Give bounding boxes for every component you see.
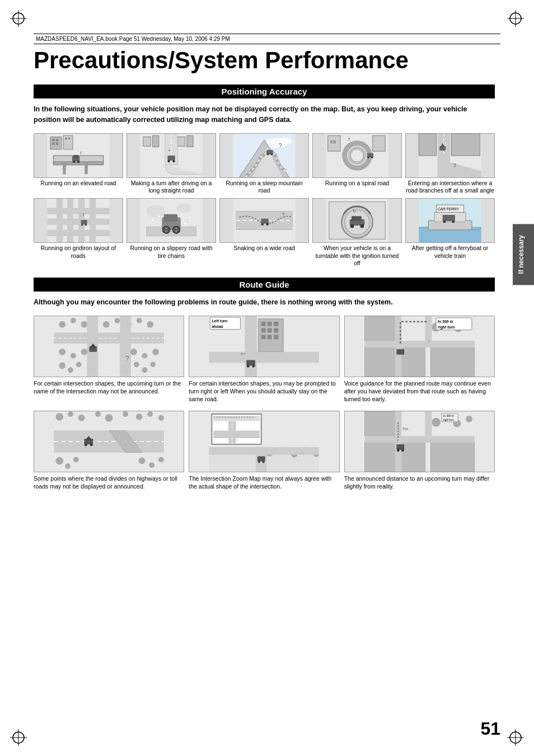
svg-rect-157 [261,328,266,332]
svg-point-100 [261,223,263,225]
svg-point-230 [258,461,260,463]
illus-mountain-img: ? [219,133,309,178]
svg-point-101 [266,223,268,225]
svg-rect-183 [425,316,432,341]
svg-text:←: ← [240,349,247,357]
route-cell-2: Left turn ahead ← For certain intersecti… [189,316,339,403]
svg-rect-158 [268,328,272,332]
illus-spiral: EB ↑ Running on a spiral road [312,133,402,195]
illus-slippery-img [127,198,216,243]
positioning-row2: ↑ Running on gridiron layout of roads [34,198,495,267]
svg-rect-156 [274,321,279,326]
svg-rect-133 [120,316,131,377]
svg-point-109 [350,224,354,228]
svg-point-196 [136,414,143,420]
caption-gridiron: Running on gridiron layout of roads [34,245,123,260]
svg-point-55 [367,156,369,158]
svg-point-129 [137,318,142,323]
route-cell-1: ? For certain intersection shapes, the u… [34,316,184,403]
svg-point-170 [252,365,255,368]
svg-point-124 [81,321,88,327]
route-intro: Although you may encounter the following… [34,297,495,308]
svg-point-197 [147,411,153,417]
illus-elevated: ↑ Running on an elevated road [34,133,123,195]
svg-point-122 [59,321,65,327]
svg-point-94 [189,217,191,218]
svg-text:↻: ↻ [353,208,357,213]
illus-gridiron: ↑ Running on gridiron layout of roads [34,198,123,267]
svg-rect-17 [56,142,58,144]
caption-wide: Snaking on a wide road [233,245,295,252]
route-caption-2: For certain intersection shapes, you may… [189,379,339,403]
svg-text:↓: ↓ [428,338,430,344]
header-text: MAZDASPEED6_NAVI_EA.book Page 51 Wednesd… [34,35,232,43]
route-cell-5: The Intersection Zoom Map may not always… [189,411,339,490]
svg-rect-163 [209,351,319,363]
svg-rect-245 [364,436,474,443]
svg-rect-218 [214,431,260,439]
svg-text:?: ? [279,142,282,148]
svg-rect-246 [425,411,432,436]
svg-rect-162 [274,335,279,339]
svg-rect-14 [52,139,54,141]
caption-intersection: Entering an intersection where a road br… [405,180,495,195]
svg-text:right turn: right turn [438,325,455,329]
illus-turn: ↓ Making a turn after driving on a long … [127,133,216,195]
svg-rect-74 [81,220,87,224]
route-cell-6: In 300 m right turn ?m [344,411,495,490]
svg-point-194 [105,414,113,422]
svg-rect-249 [396,444,404,450]
corner-mark-tr [507,10,524,27]
svg-point-190 [55,413,63,421]
svg-rect-70 [57,199,63,242]
route-caption-1: For certain intersection shapes, the upc… [34,379,184,395]
illus-ferry-img: CAR FERRY [405,198,495,243]
svg-rect-176 [430,346,475,377]
svg-point-144 [68,367,73,373]
svg-point-80 [176,203,191,213]
route-row1: ? For certain intersection shapes, the u… [34,316,495,403]
svg-point-250 [397,449,400,452]
svg-text:?: ? [282,212,284,217]
svg-rect-32 [153,135,159,147]
svg-text:EB: EB [330,139,336,144]
svg-text:ahead: ahead [212,324,223,328]
svg-point-127 [114,318,120,323]
svg-point-79 [146,205,165,217]
svg-point-92 [152,219,153,221]
positioning-row1: ↑ Running on an elevated road [34,133,495,195]
svg-point-75 [81,224,83,226]
route-img-6: In 300 m right turn ?m [344,411,495,472]
svg-rect-71 [67,199,73,242]
svg-point-47 [267,153,269,155]
svg-text:Left turn: Left turn [212,318,228,322]
svg-text:?: ? [453,163,457,169]
svg-rect-61 [419,134,436,156]
svg-point-140 [130,349,137,355]
route-caption-4: Some points where the road divides on hi… [34,475,184,490]
svg-point-204 [85,444,87,447]
svg-point-191 [68,411,73,417]
svg-point-93 [158,215,160,217]
svg-rect-118 [443,215,455,221]
svg-point-206 [55,457,63,465]
illus-intersection-img: ? [405,133,495,178]
route-img-1: ? [34,316,184,377]
svg-rect-24 [85,162,88,174]
svg-text:In 300 m: In 300 m [443,415,454,417]
svg-point-76 [85,224,87,226]
caption-spiral: Running on a spiral road [325,180,389,187]
illus-turntable-img: ↻ [312,198,402,243]
svg-point-251 [401,449,404,452]
svg-text:?: ? [125,354,129,361]
illus-wide-img: ? [219,198,309,243]
svg-point-123 [71,318,76,323]
svg-point-142 [152,349,159,355]
route-cell-3: In 300 m right turn ↓ Voice guidance for… [344,316,495,403]
svg-rect-62 [451,134,480,156]
svg-text:CAR FERRY: CAR FERRY [438,207,460,211]
svg-text:right turn: right turn [443,419,455,421]
svg-point-120 [452,220,454,223]
svg-point-130 [147,321,153,327]
svg-rect-73 [90,199,96,242]
